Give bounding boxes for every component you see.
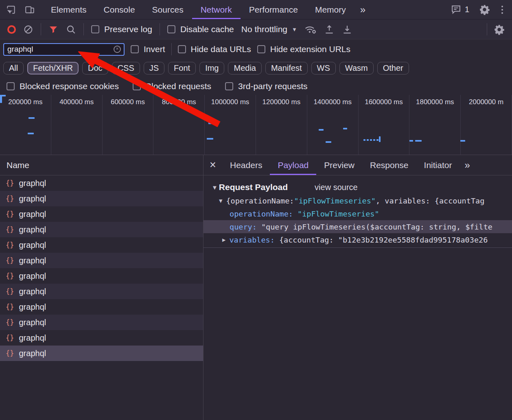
property-key: variables: [229, 236, 274, 244]
type-filter-css[interactable]: CSS [112, 62, 140, 74]
kebab-menu-icon[interactable] [500, 4, 505, 15]
clear-requests-icon[interactable] [23, 24, 33, 35]
filter-funnel-icon[interactable] [48, 24, 58, 34]
disable-cache-label: Disable cache [180, 24, 234, 34]
tab-network[interactable]: Network [192, 0, 241, 19]
payload-query-node-selected[interactable]: query: "query ipFlowTimeseries($accountT… [203, 220, 512, 233]
throttling-value: No throttling [241, 24, 287, 34]
type-filter-font[interactable]: Font [168, 62, 196, 74]
table-row[interactable]: {} graphql [0, 284, 203, 299]
timeline-tick: 800000 ms [153, 95, 205, 155]
request-name: graphql [19, 210, 46, 219]
type-filter-wasm[interactable]: Wasm [339, 62, 374, 74]
type-filter-img[interactable]: Img [199, 62, 224, 74]
search-icon[interactable] [66, 24, 76, 35]
tab-performance[interactable]: Performance [241, 0, 306, 19]
payload-variables-node[interactable]: ▶ variables: {accountTag: "b12e3b2192ee5… [203, 233, 512, 246]
tab-elements[interactable]: Elements [42, 0, 95, 19]
timeline-tick: 600000 ms [103, 95, 154, 155]
payload-root-node[interactable]: ▼ {operationName: "ipFlowTimeseries", va… [203, 194, 512, 207]
network-settings-gear-icon[interactable] [494, 24, 505, 35]
waterfall-bar [207, 138, 213, 140]
preserve-log-checkbox[interactable] [91, 25, 99, 33]
timeline-tick: 2000000 m [461, 95, 512, 155]
table-row[interactable]: {} graphql [0, 268, 203, 284]
device-toolbar-icon[interactable] [24, 4, 35, 15]
xhr-type-icon: {} [6, 225, 14, 234]
waterfall-bar [370, 139, 372, 141]
request-name: graphql [19, 241, 46, 250]
table-row[interactable]: {} graphql [0, 191, 203, 206]
tab-memory[interactable]: Memory [306, 0, 354, 19]
devtools-window: Elements Console Sources Network Perform… [0, 0, 512, 420]
disable-cache-checkbox[interactable] [167, 25, 175, 33]
tab-response[interactable]: Response [362, 155, 416, 175]
timeline-tick: 1200000 ms [256, 95, 307, 155]
table-row[interactable]: {} graphql [0, 206, 203, 222]
table-row[interactable]: {} graphql [0, 330, 203, 346]
close-icon[interactable]: × [203, 159, 222, 171]
xhr-type-icon: {} [6, 179, 14, 187]
tab-sources[interactable]: Sources [144, 0, 192, 19]
blocked-requests-checkbox[interactable] [133, 82, 141, 90]
tab-headers[interactable]: Headers [222, 155, 270, 175]
table-row[interactable]: {} graphql [0, 237, 203, 253]
third-party-option: 3rd-party requests [225, 81, 307, 91]
type-filter-manifest[interactable]: Manifest [265, 62, 308, 74]
type-filter-js[interactable]: JS [144, 62, 164, 74]
type-filter-fetch-xhr[interactable]: Fetch/XHR [27, 62, 79, 74]
tab-initiator[interactable]: Initiator [416, 155, 460, 175]
table-row[interactable]: {} graphql [0, 299, 203, 315]
request-name: graphql [19, 179, 46, 188]
payload-divider [203, 247, 512, 248]
waterfall-bar [28, 117, 35, 119]
settings-gear-icon[interactable] [479, 4, 490, 15]
issues-counter[interactable]: 1 [451, 5, 469, 14]
hide-data-urls-option: Hide data URLs [178, 44, 251, 54]
filter-input[interactable] [7, 45, 111, 54]
more-tabs-icon[interactable]: » [354, 4, 371, 15]
record-button[interactable] [7, 25, 16, 34]
type-filter-other[interactable]: Other [377, 62, 409, 74]
tab-console[interactable]: Console [95, 0, 144, 19]
table-row-selected[interactable]: {} graphql [0, 346, 203, 361]
issues-count-label: 1 [465, 5, 469, 14]
table-row[interactable]: {} graphql [0, 253, 203, 268]
payload-operation-name-node[interactable]: operationName: "ipFlowTimeseries" [203, 207, 512, 220]
name-column-header[interactable]: Name [0, 155, 203, 175]
invert-checkbox[interactable] [131, 45, 139, 53]
network-conditions-icon[interactable] [304, 24, 317, 35]
table-row[interactable]: {} graphql [0, 175, 203, 191]
hide-extension-urls-checkbox[interactable] [257, 45, 265, 53]
devtools-tab-bar: Elements Console Sources Network Perform… [0, 0, 512, 20]
blocked-cookies-checkbox[interactable] [7, 82, 15, 90]
hide-data-urls-label: Hide data URLs [191, 44, 251, 54]
table-row[interactable]: {} graphql [0, 315, 203, 330]
view-source-link[interactable]: view source [315, 183, 358, 192]
tab-bar-right-actions: 1 [451, 4, 512, 15]
blocked-requests-label: Blocked requests [146, 81, 211, 91]
export-har-icon[interactable] [342, 24, 352, 35]
tab-payload[interactable]: Payload [270, 155, 316, 175]
request-payload-section[interactable]: ▼ Request Payload view source [203, 180, 512, 194]
type-filter-media[interactable]: Media [228, 62, 261, 74]
third-party-checkbox[interactable] [225, 82, 233, 90]
type-filter-doc[interactable]: Doc [82, 62, 108, 74]
xhr-type-icon: {} [6, 210, 14, 218]
hide-data-urls-checkbox[interactable] [178, 45, 186, 53]
type-filter-ws[interactable]: WS [311, 62, 336, 74]
table-row[interactable]: {} graphql [0, 222, 203, 237]
throttling-select[interactable]: No throttling ▼ [241, 24, 297, 34]
timeline-tick: 1600000 ms [359, 95, 410, 155]
xhr-type-icon: {} [6, 334, 14, 342]
type-filter-all[interactable]: All [3, 62, 24, 74]
inspect-tools [0, 4, 42, 15]
import-har-icon[interactable] [324, 24, 335, 35]
clear-filter-icon[interactable]: × [114, 46, 121, 53]
waterfall-bar [376, 139, 379, 141]
more-detail-tabs-icon[interactable]: » [459, 160, 475, 171]
waterfall-bar [363, 139, 365, 141]
inspect-element-icon[interactable] [6, 4, 16, 15]
network-overview-timeline[interactable]: 200000 ms 400000 ms 600000 ms 800000 ms … [0, 95, 512, 155]
tab-preview[interactable]: Preview [316, 155, 362, 175]
